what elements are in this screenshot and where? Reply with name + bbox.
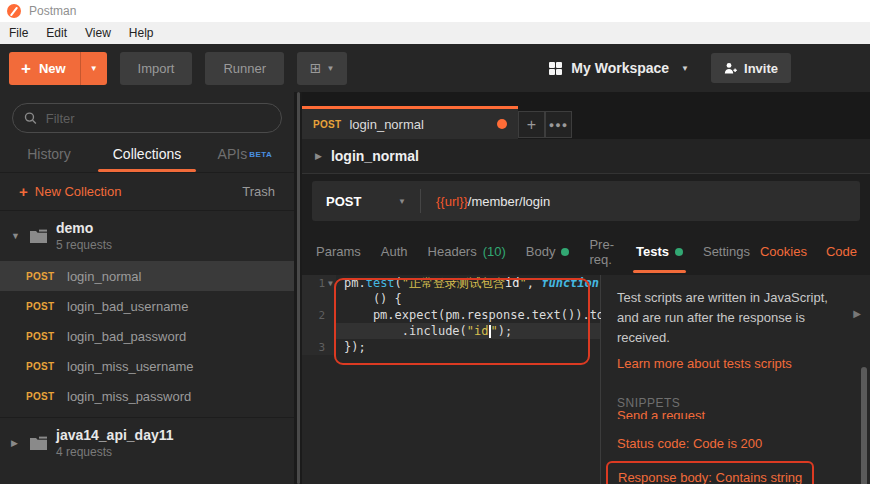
request-title-row: ▶ login_normal	[302, 139, 870, 174]
gutter-cell	[302, 291, 336, 307]
tab-params[interactable]: Params	[306, 228, 371, 275]
postman-logo-icon	[7, 4, 21, 18]
tab-auth[interactable]: Auth	[371, 228, 418, 275]
tab-method-badge: POST	[313, 119, 341, 130]
code-row[interactable]: .include("id");	[302, 323, 600, 339]
invite-button-label: Invite	[744, 61, 778, 76]
new-collection-button[interactable]: + New Collection	[19, 183, 121, 200]
menu-bar: FileEditViewHelp	[0, 22, 870, 44]
request-login-bad-username[interactable]: POSTlogin_bad_username	[0, 291, 294, 321]
url-input[interactable]: {{url}}/member/login	[421, 194, 565, 209]
beta-badge: BETA	[249, 150, 272, 159]
tab-tests[interactable]: Tests	[626, 228, 693, 275]
request-method-badge: POST	[26, 301, 54, 312]
snippet-response-body-contains-string[interactable]: Response body: Contains string	[618, 470, 802, 484]
sidebar-tab-apis[interactable]: APIsBETA	[196, 136, 294, 172]
code-segment: function	[541, 276, 599, 290]
sidebar-tab-history[interactable]: History	[0, 136, 98, 172]
sidebar-scrollbar[interactable]	[297, 92, 300, 484]
filter-search-box[interactable]	[12, 103, 282, 133]
menu-help[interactable]: Help	[120, 26, 163, 40]
folder-icon	[30, 436, 47, 450]
subtab-label: Tests	[636, 244, 669, 259]
main-toolbar: + New ▼ Import Runner ⊞ ▼ My Workspace ▼	[0, 44, 870, 92]
snippet-send-a-request[interactable]: Send a request	[617, 408, 840, 419]
subtab-label: Pre-req.	[589, 237, 616, 267]
code-segment: () {	[344, 292, 402, 306]
code-segment: ,	[527, 276, 541, 290]
learn-more-link[interactable]: Learn more about tests scripts	[617, 356, 840, 371]
new-button[interactable]: + New ▼	[9, 52, 107, 85]
code-row[interactable]: 1▼pm.test("正常登录测试包含id", function	[302, 275, 600, 291]
request-login-miss-username[interactable]: POSTlogin_miss_username	[0, 351, 294, 381]
filled-dot-icon	[561, 248, 569, 256]
tab-options-button[interactable]: ●●●	[545, 111, 572, 138]
help-scrollbar[interactable]	[861, 367, 867, 484]
sidebar-tab-label: Collections	[113, 146, 181, 162]
caret-right-icon[interactable]: ▶	[853, 308, 861, 319]
code-row[interactable]: 3});	[302, 339, 600, 355]
workspace-switcher[interactable]: My Workspace ▼	[549, 60, 689, 76]
new-button-label: New	[39, 61, 66, 76]
url-path: /member/login	[468, 194, 550, 209]
line-number: 2	[318, 309, 325, 322]
request-subtabs-row: ParamsAuthHeaders(10)BodyPre-req.TestsSe…	[302, 228, 870, 275]
caret-down-icon[interactable]: ▼	[11, 231, 21, 241]
postman-window: Postman FileEditViewHelp + New ▼ Import …	[0, 0, 870, 484]
tab-pre-req[interactable]: Pre-req.	[579, 228, 626, 275]
tab-headers[interactable]: Headers(10)	[418, 228, 516, 275]
collection-demo[interactable]: ▼ demo 5 requests	[0, 211, 294, 261]
request-login-bad-password[interactable]: POSTlogin_bad_password	[0, 321, 294, 351]
sidebar-actions: + New Collection Trash	[0, 173, 294, 211]
request-login-miss-password[interactable]: POSTlogin_miss_password	[0, 381, 294, 411]
tab-title: login_normal	[349, 117, 423, 132]
tab-settings[interactable]: Settings	[693, 228, 760, 275]
tab-body[interactable]: Body	[516, 228, 580, 275]
code-segment: );	[498, 324, 512, 338]
code-link[interactable]: Code	[826, 244, 857, 259]
code-segment: pm.expect(pm.response.text()).to	[344, 308, 604, 322]
code-segment: "	[491, 324, 498, 338]
request-method-badge: POST	[26, 391, 54, 402]
request-name: login_bad_password	[67, 329, 186, 344]
request-tabstrip: POST login_normal + ●●●	[302, 92, 870, 139]
new-tab-button[interactable]: +	[518, 111, 545, 138]
code-line: });	[336, 339, 600, 355]
trash-button[interactable]: Trash	[242, 184, 275, 199]
menu-view[interactable]: View	[76, 26, 120, 40]
collection-count: 5 requests	[56, 238, 112, 252]
caret-right-icon[interactable]: ▶	[11, 438, 21, 448]
tab-login-normal[interactable]: POST login_normal	[302, 106, 518, 139]
code-row[interactable]: 2 pm.expect(pm.response.text()).to	[302, 307, 600, 323]
open-new-button[interactable]: ⊞ ▼	[297, 52, 347, 85]
plus-icon: +	[21, 60, 31, 77]
workspace-name: My Workspace	[571, 60, 669, 76]
filter-input[interactable]	[46, 111, 270, 126]
cookies-link[interactable]: Cookies	[760, 244, 807, 259]
menu-edit[interactable]: Edit	[37, 26, 76, 40]
collection-java14-api-day11[interactable]: ▶ java14_api_day11 4 requests	[0, 418, 294, 468]
request-method-badge: POST	[26, 361, 54, 372]
new-dropdown-caret[interactable]: ▼	[80, 52, 107, 85]
snippet-status-code-code-is-200[interactable]: Status code: Code is 200	[617, 436, 840, 451]
invite-button[interactable]: Invite	[711, 53, 791, 83]
code-segment: "id	[467, 324, 489, 338]
request-login-normal[interactable]: POSTlogin_normal	[0, 261, 294, 291]
sidebar-tab-collections[interactable]: Collections	[98, 136, 196, 172]
subtab-label: Settings	[703, 244, 750, 259]
runner-button[interactable]: Runner	[205, 52, 284, 85]
unsaved-dot-icon	[497, 119, 507, 129]
sidebar-tab-label: History	[27, 146, 71, 162]
request-title: login_normal	[331, 148, 419, 164]
search-icon	[24, 111, 37, 125]
code-row[interactable]: () {	[302, 291, 600, 307]
request-name: login_miss_password	[67, 389, 191, 404]
import-button[interactable]: Import	[120, 52, 193, 85]
method-select[interactable]: POST ▼	[312, 194, 420, 209]
tests-code-editor[interactable]: 1▼pm.test("正常登录测试包含id", function () {2 p…	[302, 275, 600, 484]
method-label: POST	[326, 194, 361, 209]
code-segment: "正常登录测试包含	[402, 275, 505, 292]
caret-right-icon[interactable]: ▶	[315, 151, 322, 161]
line-number: 1	[318, 277, 325, 290]
menu-file[interactable]: File	[0, 26, 37, 40]
